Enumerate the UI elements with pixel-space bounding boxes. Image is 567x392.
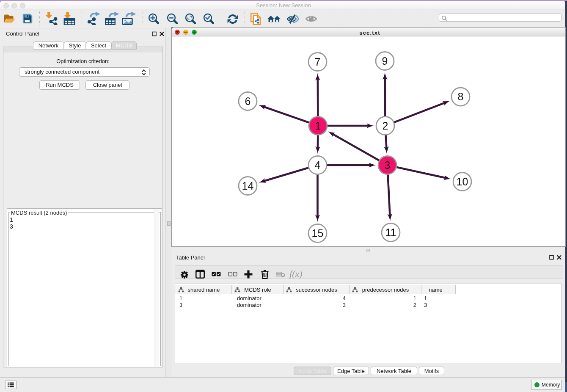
svg-text:11: 11 — [385, 226, 396, 238]
svg-text:9: 9 — [382, 55, 388, 67]
svg-text:8: 8 — [457, 91, 463, 102]
svg-text:2: 2 — [382, 120, 388, 132]
svg-text:14: 14 — [242, 180, 253, 192]
svg-text:3: 3 — [384, 159, 390, 171]
svg-text:10: 10 — [456, 176, 468, 188]
svg-text:1: 1 — [315, 120, 321, 132]
svg-text:15: 15 — [311, 227, 323, 239]
svg-text:7: 7 — [314, 56, 320, 68]
svg-text:4: 4 — [314, 159, 320, 171]
svg-text:6: 6 — [245, 95, 250, 107]
